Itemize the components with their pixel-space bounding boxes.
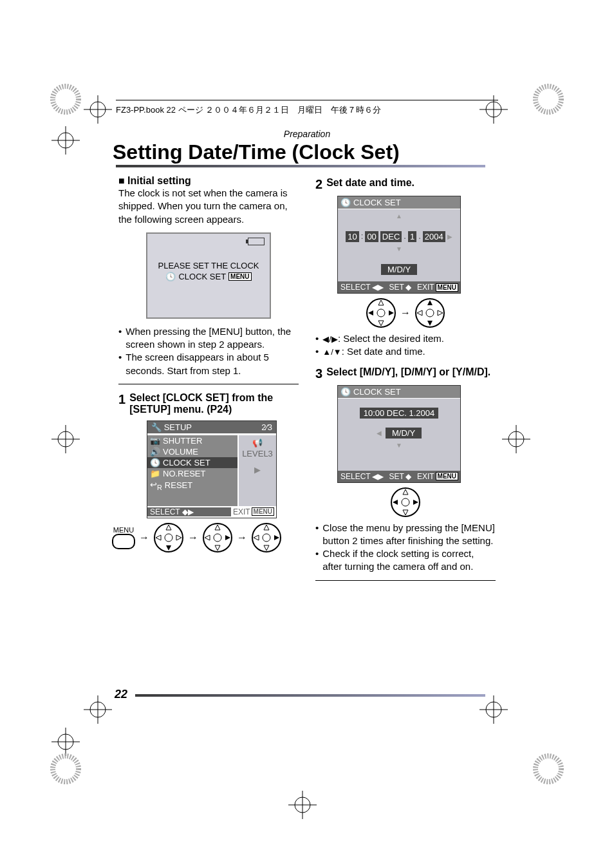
right-column: 2 Set date and time. 🕓 CLOCK SET 10 : 00… [315, 177, 496, 581]
step-2: 2 Set date and time. [315, 177, 496, 192]
arrow-icon: → [237, 532, 247, 543]
svg-marker-35 [156, 535, 161, 540]
svg-point-1 [535, 86, 561, 112]
svg-point-29 [53, 756, 79, 782]
svg-marker-39 [215, 525, 220, 530]
reg-cross-bl2 [51, 728, 80, 756]
step-label: Select [CLOCK SET] from the [SETUP] menu… [129, 392, 299, 415]
svg-point-50 [377, 309, 385, 317]
reset-icon: ↩R [150, 480, 162, 491]
reg-mark-bl [50, 753, 81, 784]
dpad-icon [202, 522, 233, 553]
reg-cross-bl [84, 695, 112, 724]
step3-bullets: Close the menu by pressing the [MENU] bu… [315, 522, 496, 574]
level-text: LEVEL3 [242, 449, 273, 458]
level-icon: 📢 [252, 438, 263, 448]
reg-mark-tl [50, 84, 81, 115]
reg-cross-left-mid [51, 425, 80, 453]
section-label: Preparation [0, 129, 614, 139]
svg-marker-58 [427, 321, 433, 326]
dpad-row-3 [315, 487, 496, 518]
dpad-icon [366, 297, 396, 328]
svg-point-56 [426, 309, 434, 317]
clock-set-label: CLOCK SET [178, 272, 226, 281]
triangle-left-icon [377, 429, 382, 437]
battery-icon [248, 238, 265, 245]
initial-bullets: When pressing the [MENU] button, the scr… [118, 325, 299, 377]
cs-title-bar: 🕓 CLOCK SET [338, 386, 460, 398]
triangle-right-icon [447, 233, 452, 240]
step-1: 1 Select [CLOCK SET] from the [SETUP] me… [118, 392, 299, 415]
svg-marker-36 [176, 535, 181, 540]
svg-marker-54 [389, 310, 394, 316]
screen-please-set-clock: PLEASE SET THE CLOCK 🕓 CLOCK SET MENU [146, 232, 271, 319]
svg-marker-59 [417, 310, 422, 316]
clock-icon: 🕓 [150, 458, 160, 467]
step-3: 3 Select [M/D/Y], [D/M/Y] or [Y/M/D]. [315, 366, 496, 381]
setup-right: 📢 LEVEL3 ▶ [239, 435, 276, 506]
title-rule [116, 165, 485, 167]
step-label: Set date and time. [326, 177, 414, 189]
setup-screen: 🔧 SETUP 2∕3 📷SHUTTER 🔊VOLUME 🕓CLOCK SET … [147, 420, 277, 518]
volume-icon: 🔊 [150, 447, 160, 457]
divider [315, 580, 496, 581]
svg-marker-60 [438, 310, 443, 316]
reg-cross-tl [84, 95, 112, 124]
set-label: SET◆ [389, 283, 411, 292]
svg-point-30 [535, 756, 561, 782]
cs-body: 10:00 DEC. 1.2004 M/D/Y [338, 399, 460, 471]
bullet-item: Close the menu by pressing the [MENU] bu… [315, 522, 496, 548]
cs-title-bar: 🕓 CLOCK SET [338, 196, 460, 209]
noreset-icon: 📁 [150, 469, 160, 478]
step-number: 2 [315, 177, 322, 192]
step-label: Select [M/D/Y], [D/M/Y] or [Y/M/D]. [326, 366, 490, 378]
menu-button-icon [112, 534, 135, 549]
reg-mark-br [533, 753, 564, 784]
svg-marker-63 [403, 489, 408, 495]
format-box: M/D/Y [381, 264, 417, 275]
left-column: ■ Initial setting The clock is not set w… [118, 175, 299, 553]
dot: . [404, 231, 406, 242]
clock-icon: 🕓 [165, 272, 176, 281]
initial-text: The clock is not set when the camera is … [118, 187, 299, 226]
reg-mark-tr [533, 84, 564, 115]
setup-item: 📁NO.RESET [147, 468, 237, 479]
sep: : [361, 231, 364, 242]
select-label: SELECT◀▶ [340, 283, 384, 292]
cs-bottom-bar: SELECT◀▶ SET◆ EXITMENU [338, 471, 460, 482]
date-row: 10:00 DEC. 1.2004 [338, 408, 460, 419]
dpad-icon [414, 297, 445, 328]
svg-marker-53 [368, 310, 373, 316]
svg-marker-40 [215, 545, 220, 551]
triangle-down-icon [396, 245, 402, 252]
reg-cross-right-mid [502, 425, 530, 453]
hour-value: 10 [346, 231, 358, 242]
setup-item: ↩RRESET [147, 479, 237, 492]
divider [118, 384, 299, 384]
shutter-icon: 📷 [150, 436, 160, 446]
bullet-item: Check if the clock setting is correct, a… [315, 547, 496, 574]
svg-marker-52 [378, 321, 384, 326]
format-box: M/D/Y [386, 428, 422, 439]
svg-marker-64 [403, 510, 408, 515]
dot: . [418, 231, 421, 242]
bullet-item: ▲/▼: Set date and time. [315, 345, 496, 358]
date-row: 10 : 00 DEC . 1 . 2004 [338, 231, 460, 242]
dpad-icon [251, 522, 282, 553]
svg-marker-41 [205, 535, 210, 540]
bullet-item: The screen disappears in about 5 seconds… [118, 351, 299, 377]
page-title: Setting Date/Time (Clock Set) [113, 140, 400, 164]
cs-bottom-bar: SELECT◀▶ SET◆ EXITMENU [338, 281, 460, 293]
date-value: 10:00 DEC. 1.2004 [360, 408, 439, 419]
exit-label: EXITMENU [417, 283, 458, 292]
setup-item-highlight: 🕓CLOCK SET [147, 457, 237, 468]
exit-label: EXITMENU [417, 472, 458, 481]
footer-rule [135, 694, 485, 697]
setup-title: SETUP [164, 422, 192, 432]
initial-heading: ■ Initial setting [118, 175, 299, 187]
triangle-up-icon [396, 212, 402, 220]
arrow-icon: → [400, 307, 411, 319]
cs-body: 10 : 00 DEC . 1 . 2004 M/D/Y [338, 209, 460, 281]
initial-heading-text: Initial setting [127, 175, 191, 186]
year-value: 2004 [423, 231, 445, 242]
